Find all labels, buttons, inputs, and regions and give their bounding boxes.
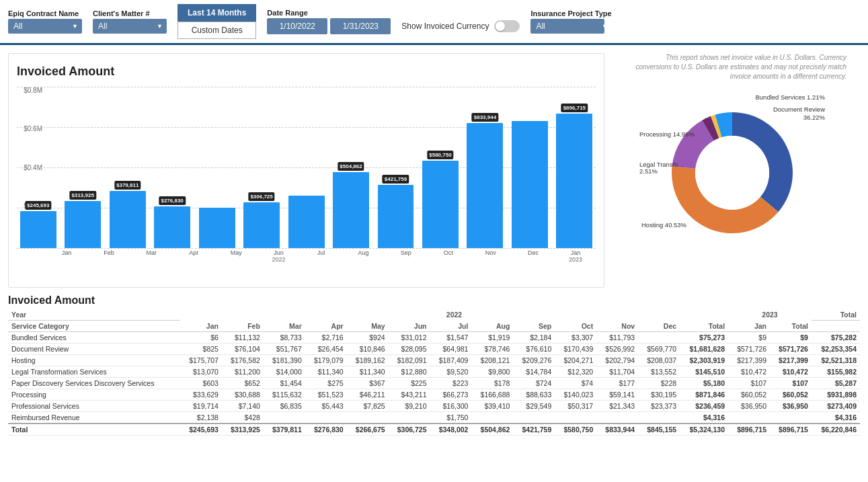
table-cell-4-9: $74 bbox=[555, 378, 596, 389]
table-cell-5-11: $30,195 bbox=[638, 389, 680, 401]
table-cell-2-6: $187,409 bbox=[430, 355, 472, 366]
bar-label-0: $245,693 bbox=[25, 201, 51, 210]
contract-select-wrapper[interactable]: All bbox=[8, 19, 82, 34]
date-inputs bbox=[267, 18, 391, 34]
table-row: Document Review$825$76,104$51,767$26,454… bbox=[8, 344, 860, 355]
table-cell-3-13: $10,472 bbox=[728, 366, 770, 378]
table-cell-7-0: $2,138 bbox=[180, 412, 222, 424]
x-label-6: Jul bbox=[301, 249, 341, 256]
th-jun22: Jun bbox=[389, 321, 430, 332]
th-grand-total bbox=[812, 321, 860, 332]
table-cell-6-11: $23,373 bbox=[638, 401, 680, 412]
bar-1 bbox=[65, 201, 101, 248]
year-label-3 bbox=[173, 256, 214, 263]
table-cell-4-15: $5,287 bbox=[812, 378, 860, 389]
currency-toggle[interactable] bbox=[494, 20, 520, 32]
bar-col-Jan-12: $896,715 bbox=[553, 114, 596, 248]
bar-3 bbox=[154, 206, 190, 248]
table-cell-7-5 bbox=[389, 412, 430, 424]
bar-0 bbox=[20, 211, 56, 248]
th-total23: Total bbox=[770, 321, 812, 332]
table-total-cell-6: $348,002 bbox=[430, 424, 472, 436]
th-jan22: Jan bbox=[180, 321, 222, 332]
table-cell-4-3: $275 bbox=[305, 378, 347, 389]
bar-col-Feb-1: $313,925 bbox=[61, 114, 104, 248]
th-feb22: Feb bbox=[222, 321, 264, 332]
table-cell-2-3: $179,079 bbox=[305, 355, 347, 366]
table-cell-5-7: $166,688 bbox=[471, 389, 513, 401]
table-cell-6-9: $50,317 bbox=[555, 401, 596, 412]
table-cell-7-8 bbox=[513, 412, 555, 424]
th-mar22: Mar bbox=[264, 321, 305, 332]
table-cell-7-2 bbox=[264, 412, 305, 424]
table-cell-1-6: $64,981 bbox=[430, 344, 472, 355]
right-panel: This report shows net invoice value in U… bbox=[604, 53, 860, 288]
table-cell-6-7: $39,410 bbox=[471, 401, 513, 412]
table-cell-1-3: $26,454 bbox=[305, 344, 347, 355]
table-total-label: Total bbox=[8, 424, 180, 436]
table-cell-0-0: $6 bbox=[180, 332, 222, 344]
table-cell-5-0: $33,629 bbox=[180, 389, 222, 401]
custom-dates-button[interactable]: Custom Dates bbox=[177, 22, 256, 39]
matter-select[interactable]: All bbox=[93, 19, 167, 34]
table-cell-3-5: $12,880 bbox=[389, 366, 430, 378]
table-cell-6-8: $29,549 bbox=[513, 401, 555, 412]
bar-label-8: $421,759 bbox=[383, 175, 409, 184]
table-cell-5-1: $30,688 bbox=[222, 389, 264, 401]
bar-label-5: $306,725 bbox=[248, 192, 274, 201]
contract-label: Epiq Contract Name bbox=[8, 9, 82, 17]
table-cell-3-0: $13,070 bbox=[180, 366, 222, 378]
table-cell-2-4: $189,162 bbox=[347, 355, 389, 366]
table-total-cell-9: $580,750 bbox=[555, 424, 596, 436]
table-cell-3-12: $145,510 bbox=[680, 366, 728, 378]
year-label-7 bbox=[344, 256, 384, 263]
table-cell-2-9: $204,271 bbox=[555, 355, 596, 366]
bar-col-Mar-2: $379,811 bbox=[106, 114, 149, 248]
x-label-5: Jun bbox=[258, 249, 299, 256]
matter-select-wrapper[interactable]: All bbox=[93, 19, 167, 34]
table-total-cell-10: $833,944 bbox=[596, 424, 638, 436]
x-label-3: Apr bbox=[173, 249, 214, 256]
table-cell-7-4 bbox=[347, 412, 389, 424]
table-cell-4-10: $177 bbox=[596, 378, 638, 389]
table-row: Bundled Services$6$11,132$8,733$2,716$92… bbox=[8, 332, 860, 344]
table-cell-4-1: $652 bbox=[222, 378, 264, 389]
table-cell-3-9: $12,320 bbox=[555, 366, 596, 378]
table-cell-7-9 bbox=[555, 412, 596, 424]
bar-col-Jul-6 bbox=[285, 114, 327, 248]
date-start-input[interactable] bbox=[267, 18, 327, 34]
th-nov22: Nov bbox=[596, 321, 638, 332]
th-total22: Total bbox=[680, 321, 728, 332]
year-label-0 bbox=[46, 256, 87, 263]
table-cell-0-5: $31,012 bbox=[389, 332, 430, 344]
last14-button[interactable]: Last 14 Months bbox=[177, 4, 256, 22]
bar-label-12: $896,715 bbox=[561, 104, 588, 112]
table-cell-1-8: $76,610 bbox=[513, 344, 555, 355]
table-cell-5-15: $931,898 bbox=[812, 389, 860, 401]
table-cell-0-4: $924 bbox=[347, 332, 389, 344]
x-label-12: Jan bbox=[555, 249, 596, 256]
x-label-11: Dec bbox=[513, 249, 553, 256]
table-cell-0-7: $1,919 bbox=[471, 332, 513, 344]
table-total-cell-0: $245,693 bbox=[180, 424, 222, 436]
table-cell-0-8: $2,184 bbox=[513, 332, 555, 344]
contract-select[interactable]: All bbox=[8, 19, 82, 34]
table-cell-3-4: $11,340 bbox=[347, 366, 389, 378]
table-cell-5-5: $43,211 bbox=[389, 389, 430, 401]
th-may22: May bbox=[347, 321, 389, 332]
table-row: Legal Transformation Services$13,070$11,… bbox=[8, 366, 860, 378]
table-cell-7-14 bbox=[770, 412, 812, 424]
th-service-category: Service Category bbox=[8, 321, 180, 332]
table-cell-3-10: $11,704 bbox=[596, 366, 638, 378]
table-title: Invoiced Amount bbox=[8, 294, 860, 307]
year-label-10 bbox=[471, 256, 511, 263]
date-end-input[interactable] bbox=[330, 18, 391, 34]
table-cell-2-0: $175,707 bbox=[180, 355, 222, 366]
year-label-6 bbox=[301, 256, 341, 263]
table-section: Invoiced Amount Year 2022 2023 Total Ser… bbox=[0, 294, 868, 444]
table-cell-3-7: $9,800 bbox=[471, 366, 513, 378]
table-cell-0-11 bbox=[638, 332, 680, 344]
year-label-11 bbox=[513, 256, 553, 263]
insurance-select[interactable]: All bbox=[530, 19, 604, 34]
insurance-select-wrapper[interactable]: All bbox=[530, 19, 611, 34]
